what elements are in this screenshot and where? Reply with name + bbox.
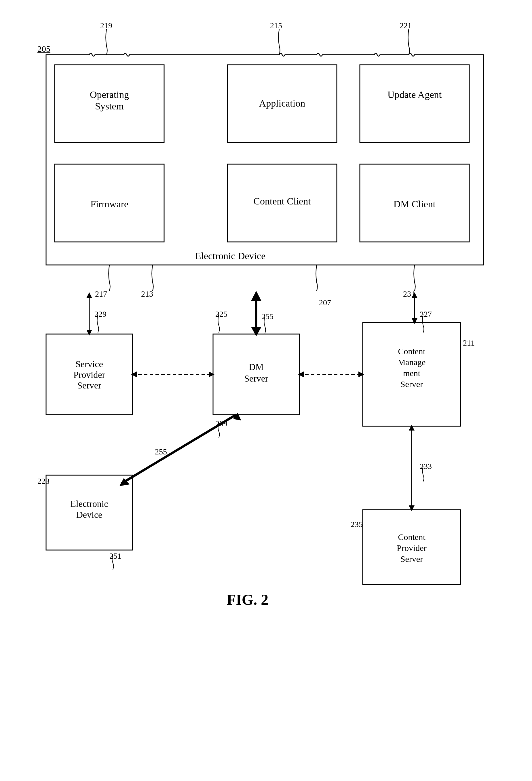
cps-label3: Server (400, 554, 423, 564)
ref-231: 231 (403, 289, 415, 298)
ref-229: 229 (94, 310, 106, 319)
wavy-215 (279, 29, 280, 55)
ref-209: 209 (215, 419, 227, 428)
update-agent-label1: Update Agent (388, 89, 442, 100)
diagram-container: Operating System Application Update Agen… (29, 17, 503, 752)
cms-label2: Manage (398, 357, 426, 367)
sp-server-label2: Provider (74, 369, 105, 380)
ref-251: 251 (109, 551, 122, 561)
ed2-label2: Device (76, 509, 102, 520)
ref-235: 235 (351, 520, 363, 529)
arrow-229-top-head (86, 292, 92, 298)
dm-client-label: DM Client (394, 199, 436, 209)
cms-label1: Content (398, 346, 426, 356)
sp-server-label3: Server (77, 380, 101, 390)
wavy-207 (316, 265, 317, 291)
cps-label1: Content (398, 532, 426, 542)
cms-label3: ment (403, 368, 420, 378)
arrow-225-top-head (251, 291, 261, 301)
ref-205: 205 (37, 44, 50, 53)
ref-217: 217 (95, 289, 107, 298)
ref-227: 227 (420, 310, 432, 319)
operating-system-label2: System (95, 101, 124, 112)
ref-211: 211 (463, 338, 475, 347)
wavy-231 (414, 265, 415, 291)
ed2-label1: Electronic (70, 498, 108, 509)
wavy-219 (106, 29, 107, 55)
sp-server-label1: Service (76, 359, 103, 369)
diagram-svg: Operating System Application Update Agen… (29, 17, 503, 752)
ref-233: 233 (420, 462, 432, 470)
dm-server-label1: DM (249, 362, 264, 372)
wavy-213 (152, 265, 153, 291)
content-client-label: Content Client (253, 196, 311, 206)
ref-225: 225 (215, 310, 227, 319)
ref-207: 207 (319, 298, 331, 307)
ref-223: 223 (37, 477, 49, 486)
operating-system-label: Operating (90, 89, 129, 100)
cps-label2: Provider (397, 543, 426, 552)
ref-255b: 255 (155, 447, 167, 456)
cms-label4: Server (400, 379, 423, 389)
ref-221: 221 (400, 21, 412, 30)
firmware-label: Firmware (90, 199, 128, 209)
dm-server-label2: Server (244, 373, 268, 383)
fig-label: FIG. 2 (227, 591, 268, 608)
ref-215: 215 (270, 21, 282, 30)
application-label: Application (259, 98, 305, 109)
update-agent-box (360, 65, 469, 142)
ref-219: 219 (100, 21, 112, 30)
wavy-221 (408, 29, 410, 55)
electronic-device-inner-label: Electronic Device (195, 251, 265, 261)
wavy-217 (109, 265, 110, 291)
ref-213: 213 (141, 289, 153, 298)
ref-255a: 255 (261, 312, 273, 321)
